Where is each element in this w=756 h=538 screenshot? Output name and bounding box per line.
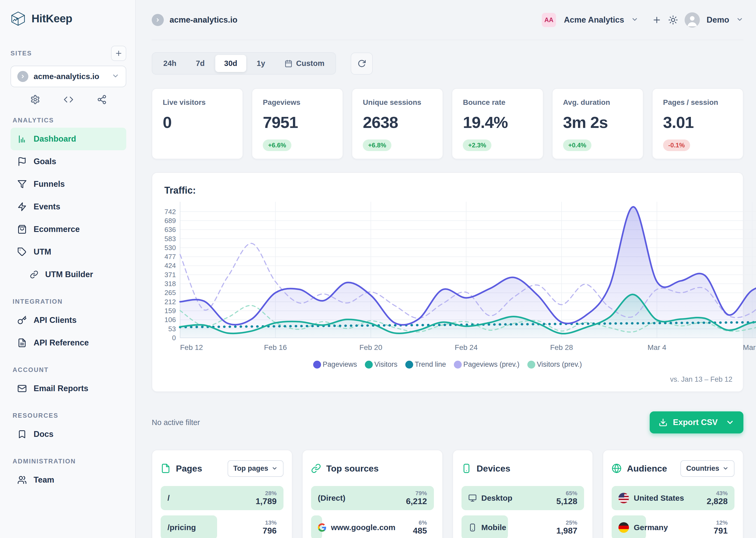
breadcrumb-site: acme-analytics.io	[169, 15, 237, 25]
sidebar-item-ecommerce[interactable]: Ecommerce	[11, 218, 126, 241]
link-icon	[311, 463, 321, 473]
sidebar-item-label: UTM Builder	[45, 270, 93, 279]
share-button[interactable]	[97, 94, 107, 105]
refresh-icon	[357, 59, 366, 68]
sidebar-item-email-reports[interactable]: Email Reports	[11, 377, 126, 400]
breadcrumb[interactable]: acme-analytics.io	[152, 14, 237, 26]
legend-item-trend-line[interactable]: Trend line	[405, 360, 446, 369]
site-avatar	[17, 71, 28, 82]
chevron-down-icon	[271, 465, 278, 471]
stat-delta-badge: +6.8%	[363, 139, 391, 151]
code-icon	[64, 94, 73, 105]
panel-title: Devices	[477, 463, 510, 474]
google-favicon-icon	[318, 523, 326, 532]
chevron-down-icon	[722, 465, 729, 471]
row-label: /	[167, 494, 169, 503]
key-icon	[17, 315, 27, 325]
sidebar-item-docs[interactable]: Docs	[11, 423, 126, 446]
x-axis-tick-label: Feb 12	[180, 343, 203, 351]
flag-de-icon	[618, 522, 629, 533]
range-1y[interactable]: 1y	[248, 55, 274, 72]
table-row[interactable]: (Direct) 79% 6,212	[311, 486, 434, 510]
row-value: 2,828	[707, 497, 728, 506]
panel-dropdown[interactable]: Countries	[681, 460, 734, 477]
top-actions: AA Acme Analytics Demo	[542, 12, 743, 27]
table-row[interactable]: /pricing 13% 796	[161, 515, 283, 538]
sidebar-item-api-reference[interactable]: API Reference	[11, 332, 126, 354]
legend-label: Trend line	[415, 360, 446, 369]
panel-top-sources: Top sources (Direct) 79% 6,212 www.googl…	[302, 450, 443, 538]
plus-icon	[115, 49, 122, 57]
filter-row: No active filter Export CSV	[152, 411, 743, 433]
user-chevron-down-icon[interactable]	[736, 16, 743, 24]
stat-label: Live visitors	[163, 98, 232, 107]
sites-label: SITES	[11, 50, 32, 57]
table-row[interactable]: Germany 12% 791	[612, 515, 734, 538]
row-percent: 79%	[406, 490, 427, 497]
sidebar-item-label: UTM	[34, 247, 51, 257]
sidebar-item-label: Ecommerce	[34, 225, 80, 234]
add-button[interactable]	[652, 15, 661, 25]
comparison-note: vs. Jan 13 – Feb 12	[163, 375, 732, 384]
date-range-toolbar: 24h7d30d1yCustom	[152, 52, 743, 75]
theme-toggle[interactable]	[668, 15, 678, 25]
sidebar-item-team[interactable]: Team	[11, 469, 126, 491]
mail-icon	[17, 384, 27, 393]
refresh-button[interactable]	[351, 53, 373, 75]
stat-cards: Live visitors0Pageviews7951+6.6%Unique s…	[152, 88, 743, 159]
range-7d[interactable]: 7d	[187, 55, 214, 72]
range-30d[interactable]: 30d	[215, 55, 246, 72]
y-axis-tick-label: 106	[165, 316, 176, 324]
sidebar-item-api-clients[interactable]: API Clients	[11, 309, 126, 332]
sidebar-item-goals[interactable]: Goals	[11, 150, 126, 173]
traffic-chart: 0531061592122653183714244775305836366897…	[163, 198, 756, 359]
org-badge: AA	[542, 13, 556, 27]
panel-title: Top sources	[326, 463, 379, 474]
code-button[interactable]	[64, 94, 73, 105]
table-row[interactable]: Desktop 65% 5,128	[461, 486, 584, 510]
sidebar-item-events[interactable]: Events	[11, 195, 126, 218]
gear-button[interactable]	[30, 94, 40, 105]
range-custom[interactable]: Custom	[276, 55, 333, 72]
org-switcher[interactable]: Acme Analytics	[564, 15, 624, 25]
legend-item-visitors[interactable]: Visitors	[365, 360, 398, 369]
row-percent: 6%	[413, 519, 427, 526]
legend-label: Visitors	[374, 360, 398, 369]
range-24h[interactable]: 24h	[154, 55, 185, 72]
sidebar: HitKeep SITES acme-analytics.io ANALYTIC…	[0, 0, 136, 538]
legend-item-pageviews[interactable]: Pageviews	[313, 360, 357, 369]
add-site-button[interactable]	[111, 46, 126, 61]
legend-dot	[313, 361, 321, 369]
series-pageviews-area	[180, 207, 756, 338]
sidebar-item-dashboard[interactable]: Dashboard	[11, 128, 126, 150]
person-icon	[685, 12, 700, 27]
sidebar-item-label: Dashboard	[34, 134, 76, 144]
users-icon	[17, 475, 27, 485]
org-chevron-down-icon[interactable]	[631, 16, 638, 24]
range-label: Custom	[296, 59, 324, 68]
user-menu[interactable]: Demo	[707, 15, 729, 25]
sidebar-item-label: Email Reports	[34, 384, 88, 393]
x-axis-tick-label: Mar 8	[743, 343, 756, 351]
chevron-down-icon	[112, 72, 119, 81]
legend-item-visitors-prev-[interactable]: Visitors (prev.)	[527, 360, 582, 369]
table-row[interactable]: Mobile 25% 1,987	[461, 515, 584, 538]
panel-dropdown[interactable]: Top pages	[228, 460, 283, 477]
user-avatar[interactable]	[685, 12, 700, 27]
table-row[interactable]: / 28% 1,789	[161, 486, 283, 510]
download-icon	[659, 418, 668, 427]
nav-section-label: INTEGRATION	[13, 298, 124, 305]
panel-devices: Devices Desktop 65% 5,128 Mobile 25% 1,9…	[452, 450, 593, 538]
sidebar-item-utm-builder[interactable]: UTM Builder	[11, 263, 126, 286]
sidebar-item-funnels[interactable]: Funnels	[11, 173, 126, 195]
flag-us-icon	[618, 493, 629, 503]
row-value: 485	[413, 526, 427, 535]
table-row[interactable]: United States 43% 2,828	[612, 486, 734, 510]
legend-item-pageviews-prev-[interactable]: Pageviews (prev.)	[454, 360, 519, 369]
stat-label: Pages / session	[663, 98, 732, 107]
site-selector[interactable]: acme-analytics.io	[11, 66, 126, 87]
table-row[interactable]: www.google.com 6% 485	[311, 515, 434, 538]
y-axis-tick-label: 636	[165, 226, 176, 234]
sidebar-item-utm[interactable]: UTM	[11, 241, 126, 263]
export-csv-button[interactable]: Export CSV	[650, 411, 743, 433]
